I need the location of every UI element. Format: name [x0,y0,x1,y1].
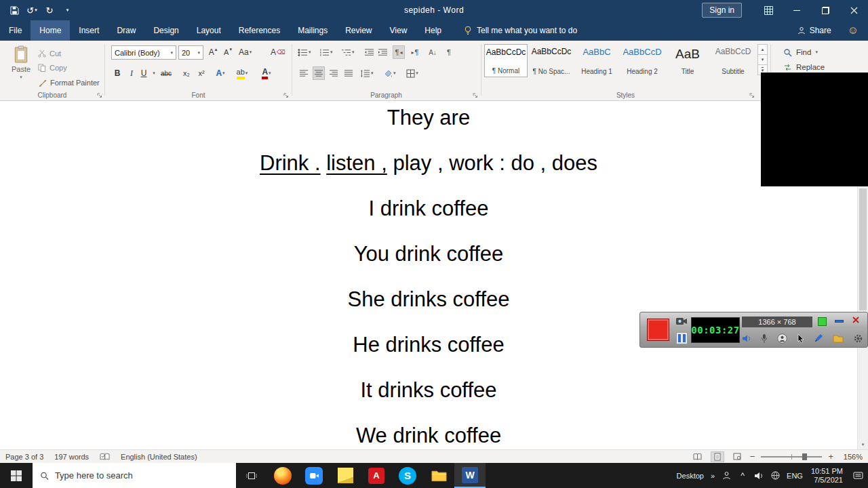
gear-icon[interactable] [853,333,863,344]
font-dialog-launcher[interactable] [283,93,289,98]
paragraph-dialog-launcher[interactable] [473,93,478,98]
justify-button[interactable] [342,66,355,80]
paste-button[interactable]: Paste ▾ [5,44,37,94]
search-input[interactable] [55,470,229,481]
font-name-select[interactable]: Calibri (Body) ▾ [111,45,176,60]
tab-layout[interactable]: Layout [188,20,230,41]
feedback-smiley-icon[interactable]: ☺ [838,20,868,41]
share-button[interactable]: Share [791,20,838,41]
webcam-person-icon[interactable] [777,333,787,344]
bold-button[interactable]: B [111,66,123,80]
italic-button[interactable]: I [125,66,138,80]
text-highlight-button[interactable]: ab▾ [236,66,248,80]
page-indicator[interactable]: Page 3 of 3 [5,453,43,461]
taskbar-item-firefox[interactable] [267,463,298,488]
multilevel-list-button[interactable]: ▾ [341,45,355,59]
style-heading-1[interactable]: AaBbC Heading 1 [575,44,618,77]
clear-formatting-button[interactable]: A⌫ [271,45,285,59]
undo-button[interactable]: ↺▾ [24,2,39,18]
line-spacing-button[interactable]: ▾ [360,66,374,80]
taskbar-item-zoom[interactable] [298,463,330,488]
customize-qat-button[interactable]: ▾ [60,2,75,18]
tab-home[interactable]: Home [31,20,70,41]
clipboard-dialog-launcher[interactable] [97,93,102,98]
tab-file[interactable]: File [0,20,31,41]
numbering-button[interactable]: ▾ [319,45,333,59]
style-normal[interactable]: AaBbCcDc ¶ Normal [484,44,528,77]
shrink-font-button[interactable]: A▾ [222,45,234,59]
task-view-button[interactable] [236,463,267,488]
styles-scroll-up-button[interactable]: ▴ [757,44,768,55]
microphone-icon[interactable] [761,333,768,344]
save-button[interactable] [7,2,22,18]
copy-button[interactable]: Copy [38,62,67,74]
proofing-status[interactable] [100,453,110,461]
web-layout-button[interactable] [730,451,744,462]
ltr-paragraph-button[interactable]: ¶◂ [393,45,405,59]
styles-dialog-launcher[interactable] [749,93,755,98]
text-effects-button[interactable]: A▾ [214,66,226,80]
strikethrough-button[interactable]: abc [160,66,172,80]
screenshot-camera-button[interactable] [675,317,688,326]
tab-help[interactable]: Help [416,20,450,41]
font-color-button[interactable]: A▾ [260,66,273,80]
zoom-in-button[interactable]: + [828,451,833,462]
language-abbr[interactable]: ENG [783,463,806,488]
borders-button[interactable]: ▾ [406,66,418,80]
style-heading-2[interactable]: AaBbCcD Heading 2 [620,44,664,77]
shading-button[interactable]: ▾ [383,66,396,80]
taskbar-item-word[interactable]: W [454,463,486,488]
subscript-button[interactable]: x₂ [180,66,193,80]
tab-draw[interactable]: Draw [108,20,144,41]
read-mode-button[interactable] [691,451,705,462]
zoom-slider-thumb[interactable] [802,453,807,460]
find-button[interactable]: Find ▾ [783,46,818,58]
increase-indent-button[interactable] [376,45,389,59]
desktop-toolbar-label[interactable]: Desktop [673,463,707,488]
cursor-icon[interactable] [797,333,804,344]
language-indicator[interactable]: English (United States) [121,453,197,461]
taskbar-item-skype[interactable]: S [392,463,423,488]
pen-icon[interactable] [814,333,823,343]
record-stop-button[interactable] [647,319,669,341]
tab-view[interactable]: View [381,20,416,41]
sort-button[interactable]: A↓ [427,45,439,59]
tell-me-box[interactable]: Tell me what you want to do [456,20,585,41]
notification-center-icon[interactable] [848,463,868,488]
taskbar-item-acrobat[interactable]: A [361,463,392,488]
volume-icon[interactable] [751,463,767,488]
superscript-button[interactable]: x² [195,66,208,80]
tab-design[interactable]: Design [144,20,187,41]
style-subtitle[interactable]: AaBbCcD Subtitle [711,44,755,77]
cut-button[interactable]: Cut [38,47,61,60]
rtl-paragraph-button[interactable]: ▸¶ [409,45,421,59]
decrease-indent-button[interactable] [363,45,375,59]
document-page[interactable]: They are Drink . listen , play , work : … [0,102,857,449]
align-left-button[interactable] [298,66,310,80]
folder-icon[interactable] [833,334,844,343]
ribbon-display-options-button[interactable] [754,0,783,20]
zoom-level[interactable]: 156% [840,453,863,461]
taskbar-search[interactable] [33,463,236,488]
word-count[interactable]: 197 words [54,453,89,461]
style-title[interactable]: AaB Title [666,44,709,77]
format-painter-button[interactable]: Format Painter [38,77,100,89]
font-size-select[interactable]: 20 ▾ [178,45,203,60]
replace-button[interactable]: Replace [783,61,825,73]
speaker-icon[interactable] [742,334,751,343]
underline-options-button[interactable]: ▾ [148,66,160,80]
taskbar-item-notes[interactable] [330,463,361,488]
zoom-slider[interactable] [761,456,822,458]
network-icon[interactable] [767,463,783,488]
taskbar-clock[interactable]: 10:51 PM 7/5/2021 [806,463,848,488]
change-case-button[interactable]: Aa▾ [239,45,252,59]
recorder-green-button[interactable] [818,317,827,326]
restore-button[interactable] [811,0,840,20]
zoom-out-button[interactable]: − [750,451,755,462]
styles-scroll-down-button[interactable]: ▾ [757,54,768,65]
show-paragraph-marks-button[interactable]: ¶ [443,45,455,59]
scroll-down-arrow[interactable]: ▾ [858,439,868,449]
recorder-close-button[interactable] [852,316,860,324]
tab-references[interactable]: References [230,20,289,41]
taskbar-item-file-explorer[interactable] [423,463,454,488]
